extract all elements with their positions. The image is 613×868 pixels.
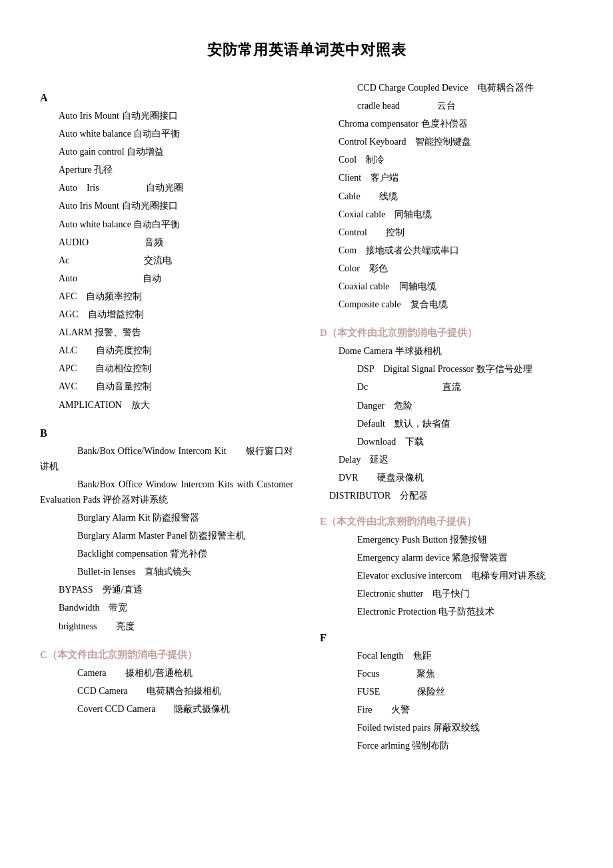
entry: Burglary Alarm Master Panel 防盗报警主机 [40,528,293,543]
section-c-continued: CCD Charge Coupled Device 电荷耦合器件 cradle … [320,80,573,312]
right-column: CCD Charge Coupled Device 电荷耦合器件 cradle … [306,80,573,756]
entry: Client 客户端 [320,170,573,185]
entry: BYPASS 旁通/直通 [40,582,293,597]
entry: Cool 制冷 [320,152,573,167]
entry: brightness 亮度 [40,619,293,634]
entry: AFC 自动频率控制 [40,289,293,304]
entry: AGC 自动增益控制 [40,307,293,322]
entry: Emergency Push Button 报警按钮 [320,532,573,547]
entry: Dome Camera 半球摄相机 [320,343,573,359]
entry: Electronic shutter 电子快门 [320,586,573,601]
letter-d: D（本文件由北京朔韵消电子提供） [320,327,573,339]
left-column: A Auto Iris Mount 自动光圈接口 Auto white bala… [40,80,306,756]
entry: Camera 摄相机/普通枪机 [40,665,293,681]
letter-a: A [40,92,293,104]
entry: Dc 直流 [320,379,573,395]
entry: Default 默认，缺省值 [320,416,573,431]
entry: Bank/Box Office Window Intercom Kits wit… [40,477,293,507]
entry: DSP Digital Signal Processor 数字信号处理 [320,361,573,377]
letter-c: C（本文件由北京朔韵消电子提供） [40,649,293,661]
entry: Auto white balance 自动白平衡 [40,217,293,232]
entry: Covert CCD Camera 隐蔽式摄像机 [40,701,293,717]
entry: Electronic Protection 电子防范技术 [320,604,573,619]
entry: Aperture 孔径 [40,162,293,177]
entry: AUDIO 音频 [40,235,293,250]
entry: Foiled twisted pairs 屏蔽双绞线 [320,720,573,735]
entry: Composite cable 复合电缆 [320,297,573,312]
letter-e: E（本文件由北京朔韵消电子提供） [320,515,573,528]
entry: Auto white balance 自动白平衡 [40,126,293,141]
entry: Delay 延迟 [320,452,573,467]
entry: Elevator exclusive intercom 电梯专用对讲系统 [320,568,573,583]
section-b: B Bank/Box Office/Window Intercom Kit 银行… [40,427,293,634]
entry: Control 控制 [320,225,573,240]
entry: Ac 交流电 [40,253,293,268]
entry: Force arlming 强制布防 [320,738,573,753]
entry: Com 接地或者公共端或串口 [320,243,573,258]
entry: Auto 自动 [40,271,293,286]
entry: Bank/Box Office/Window Intercom Kit 银行窗口… [40,443,293,474]
entry: Auto Iris Mount 自动光圈接口 [40,198,293,213]
section-a: A Auto Iris Mount 自动光圈接口 Auto white bala… [40,92,293,413]
entry: Emergency alarm device 紧急报警装置 [320,550,573,565]
letter-f: F [320,632,573,644]
section-c: C（本文件由北京朔韵消电子提供） Camera 摄相机/普通枪机 CCD Cam… [40,649,293,717]
entry: DISTRIBUTOR 分配器 [320,488,573,503]
entry: Backlight compensation 背光补偿 [40,546,293,561]
entry: ALC 自动亮度控制 [40,343,293,358]
entry: cradle head 云台 [320,98,573,113]
entry: ALARM 报警、警告 [40,325,293,340]
entry: CCD Charge Coupled Device 电荷耦合器件 [320,80,573,95]
entry: Download 下载 [320,434,573,449]
section-f: F Focal length 焦距 Focus 聚焦 FUSE 保险丝 Fire… [320,632,573,754]
entry: AMPLICATION 放大 [40,397,293,413]
entry: Focal length 焦距 [320,648,573,663]
entry: Fire 火警 [320,702,573,717]
entry: AVC 自动音量控制 [40,379,293,394]
entry: FUSE 保险丝 [320,684,573,699]
entry: APC 自动相位控制 [40,361,293,376]
entry: Auto Iris Mount 自动光圈接口 [40,108,293,123]
entry: Coaxial cable 同轴电缆 [320,279,573,294]
entry: Color 彩色 [320,261,573,276]
entry: Focus 聚焦 [320,666,573,681]
section-d: D（本文件由北京朔韵消电子提供） Dome Camera 半球摄相机 DSP D… [320,327,573,503]
entry: Bullet-in lenses 直轴式镜头 [40,564,293,579]
section-e: E（本文件由北京朔韵消电子提供） Emergency Push Button 报… [320,515,573,619]
entry: Auto gain control 自动增益 [40,144,293,159]
entry: Coxial cable 同轴电缆 [320,207,573,222]
page-title: 安防常用英语单词英中对照表 [40,40,573,60]
entry: Auto Iris 自动光圈 [40,180,293,195]
entry: CCD Camera 电荷耦合拍摄相机 [40,683,293,699]
entry: Chroma compensator 色度补偿器 [320,116,573,131]
entry: Control Keyboard 智能控制键盘 [320,134,573,149]
letter-b: B [40,427,293,439]
entry: Burglary Alarm Kit 防盗报警器 [40,510,293,525]
entry: Cable 线缆 [320,189,573,204]
entry: DVR 硬盘录像机 [320,470,573,485]
entry: Danger 危险 [320,398,573,413]
entry: Bandwidth 带宽 [40,600,293,615]
